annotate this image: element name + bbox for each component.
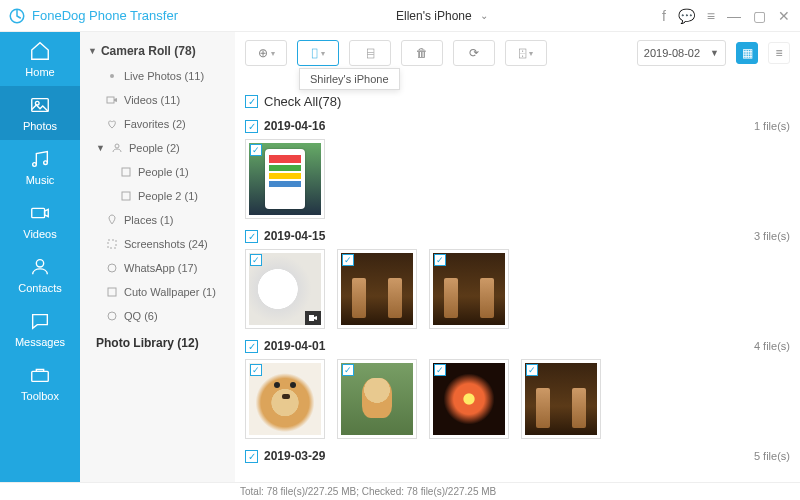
sidebar-people-1[interactable]: People (1) xyxy=(80,160,235,184)
album-sidebar: ▼Camera Roll (78) Live Photos (11) Video… xyxy=(80,32,235,482)
logo-icon xyxy=(8,7,26,25)
nav-toolbox-label: Toolbox xyxy=(21,390,59,402)
device-name: Ellen's iPhone xyxy=(396,9,472,23)
group-count: 4 file(s) xyxy=(754,340,790,352)
qq-icon xyxy=(106,310,118,322)
sidebar-live-photos[interactable]: Live Photos (11) xyxy=(80,64,235,88)
list-view-button[interactable]: ≡ xyxy=(768,42,790,64)
nav-toolbox[interactable]: Toolbox xyxy=(0,356,80,410)
app-logo: FoneDog Phone Transfer xyxy=(0,7,178,25)
photo-thumbnail[interactable] xyxy=(245,249,325,329)
minimize-icon[interactable]: — xyxy=(727,8,741,24)
music-icon xyxy=(29,148,51,170)
sidebar-camera-roll[interactable]: ▼Camera Roll (78) xyxy=(80,38,235,64)
more-button[interactable]: ⌹ xyxy=(505,40,547,66)
photo-group: 2019-04-15 3 file(s) xyxy=(245,229,790,329)
sidebar-cuto[interactable]: Cuto Wallpaper (1) xyxy=(80,280,235,304)
facebook-icon[interactable]: f xyxy=(662,8,666,24)
nav-videos[interactable]: Videos xyxy=(0,194,80,248)
feedback-icon[interactable]: 💬 xyxy=(678,8,695,24)
videos-icon xyxy=(29,202,51,224)
grid-icon: ▦ xyxy=(742,46,753,60)
svg-rect-17 xyxy=(309,315,314,321)
photo-thumbnail[interactable] xyxy=(245,359,325,439)
nav-contacts[interactable]: Contacts xyxy=(0,248,80,302)
main-nav: Home Photos Music Videos Contacts Messag… xyxy=(0,32,80,482)
close-icon[interactable]: ✕ xyxy=(778,8,790,24)
group-header[interactable]: 2019-04-15 3 file(s) xyxy=(245,229,790,243)
photo-thumbnail[interactable] xyxy=(429,359,509,439)
list-icon: ≡ xyxy=(775,46,782,60)
nav-music[interactable]: Music xyxy=(0,140,80,194)
sidebar-whatsapp[interactable]: WhatsApp (17) xyxy=(80,256,235,280)
photo-thumbnail[interactable] xyxy=(521,359,601,439)
sidebar-photo-library[interactable]: Photo Library (12) xyxy=(80,328,235,356)
phone-icon: ⌷ xyxy=(311,46,318,60)
sparkle-icon xyxy=(106,70,118,82)
check-icon xyxy=(434,364,446,376)
screenshot-icon xyxy=(106,238,118,250)
nav-videos-label: Videos xyxy=(23,228,56,240)
sidebar-qq[interactable]: QQ (6) xyxy=(80,304,235,328)
sidebar-places[interactable]: Places (1) xyxy=(80,208,235,232)
photo-thumbnail[interactable] xyxy=(429,249,509,329)
refresh-button[interactable]: ⟳ xyxy=(453,40,495,66)
menu-icon[interactable]: ≡ xyxy=(707,8,715,24)
nav-photos[interactable]: Photos xyxy=(0,86,80,140)
briefcase-icon: ⌹ xyxy=(519,46,526,60)
export-to-pc-button[interactable]: ⌸ xyxy=(349,40,391,66)
check-icon xyxy=(250,254,262,266)
check-all[interactable]: Check All(78) xyxy=(245,94,790,109)
nav-music-label: Music xyxy=(26,174,55,186)
toolbar: ⊕ ⌷ ⌸ 🗑 ⟳ ⌹ 2019-08-02▼ ▦ ≡ xyxy=(245,40,790,66)
titlebar: FoneDog Phone Transfer Ellen's iPhone ⌄ … xyxy=(0,0,800,32)
grid-view-button[interactable]: ▦ xyxy=(736,42,758,64)
heart-icon xyxy=(106,118,118,130)
group-header[interactable]: 2019-04-16 1 file(s) xyxy=(245,119,790,133)
export-to-device-button[interactable]: ⌷ xyxy=(297,40,339,66)
sidebar-videos[interactable]: Videos (11) xyxy=(80,88,235,112)
photo-group: 2019-04-01 4 file(s) xyxy=(245,339,790,439)
group-header[interactable]: 2019-04-01 4 file(s) xyxy=(245,339,790,353)
svg-point-4 xyxy=(44,161,48,165)
status-text: Total: 78 file(s)/227.25 MB; Checked: 78… xyxy=(240,486,496,497)
add-button[interactable]: ⊕ xyxy=(245,40,287,66)
export-target-tooltip: Shirley's iPhone xyxy=(299,68,400,90)
nav-home[interactable]: Home xyxy=(0,32,80,86)
plus-icon: ⊕ xyxy=(258,46,268,60)
home-icon xyxy=(29,40,51,62)
video-icon xyxy=(106,94,118,106)
sidebar-favorites[interactable]: Favorites (2) xyxy=(80,112,235,136)
svg-point-6 xyxy=(36,260,43,267)
nav-messages[interactable]: Messages xyxy=(0,302,80,356)
maximize-icon[interactable]: ▢ xyxy=(753,8,766,24)
checkbox-icon xyxy=(245,450,258,463)
group-header[interactable]: 2019-03-29 5 file(s) xyxy=(245,449,790,463)
checkbox-icon xyxy=(245,120,258,133)
checkbox-icon xyxy=(245,95,258,108)
photo-thumbnail[interactable] xyxy=(337,359,417,439)
album-icon xyxy=(106,286,118,298)
pin-icon xyxy=(106,214,118,226)
sidebar-people[interactable]: ▼People (2) xyxy=(80,136,235,160)
sidebar-people-2[interactable]: People 2 (1) xyxy=(80,184,235,208)
check-icon xyxy=(434,254,446,266)
messages-icon xyxy=(29,310,51,332)
refresh-icon: ⟳ xyxy=(469,46,479,60)
svg-rect-15 xyxy=(108,288,116,296)
group-date: 2019-04-15 xyxy=(264,229,325,243)
sidebar-screenshots[interactable]: Screenshots (24) xyxy=(80,232,235,256)
svg-point-3 xyxy=(33,163,37,167)
check-icon xyxy=(526,364,538,376)
photo-thumbnail[interactable] xyxy=(245,139,325,219)
date-filter[interactable]: 2019-08-02▼ xyxy=(637,40,726,66)
photo-thumbnail[interactable] xyxy=(337,249,417,329)
camera-roll-label: Camera Roll (78) xyxy=(101,44,196,58)
people-icon xyxy=(111,142,123,154)
svg-rect-12 xyxy=(122,192,130,200)
check-all-label: Check All(78) xyxy=(264,94,341,109)
svg-rect-13 xyxy=(108,240,116,248)
device-selector[interactable]: Ellen's iPhone ⌄ xyxy=(388,9,488,23)
check-icon xyxy=(250,364,262,376)
delete-button[interactable]: 🗑 xyxy=(401,40,443,66)
